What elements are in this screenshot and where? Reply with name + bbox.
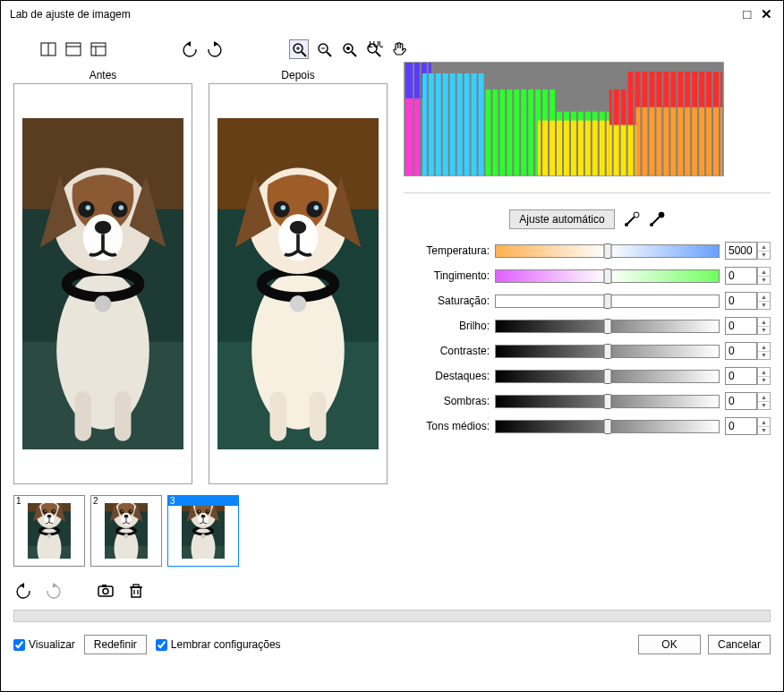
spinner-down-icon[interactable]: ▼: [758, 277, 770, 285]
spinner-up-icon[interactable]: ▲: [758, 343, 770, 352]
spinner[interactable]: ▲▼: [757, 417, 771, 435]
slider-track[interactable]: [495, 295, 720, 308]
spinner[interactable]: ▲▼: [757, 242, 771, 260]
slider-thumb[interactable]: [603, 344, 611, 359]
spinner-up-icon[interactable]: ▲: [758, 243, 770, 252]
eyedropper-black-icon[interactable]: [649, 211, 665, 227]
svg-point-36: [346, 47, 350, 50]
slider-row: Destaques:▲▼: [404, 367, 771, 385]
slider-label: Temperatura:: [404, 244, 490, 257]
before-preview[interactable]: [13, 83, 192, 484]
eyedropper-white-icon[interactable]: [624, 211, 640, 227]
slider-row: Saturação:▲▼: [404, 292, 771, 310]
snapshot-number: 2: [91, 496, 100, 506]
spinner-up-icon[interactable]: ▲: [758, 293, 770, 302]
spinner-up-icon[interactable]: ▲: [758, 368, 770, 377]
trash-icon[interactable]: [126, 581, 146, 601]
svg-text:100: 100: [367, 41, 383, 50]
snapshot-image: [28, 503, 71, 559]
pan-hand-icon[interactable]: [389, 39, 409, 59]
slider-row: Tingimento:▲▼: [404, 267, 771, 285]
spinner[interactable]: ▲▼: [757, 292, 771, 310]
slider-track[interactable]: [495, 244, 720, 258]
spinner[interactable]: ▲▼: [757, 317, 771, 335]
ok-button[interactable]: OK: [638, 635, 701, 654]
spinner[interactable]: ▲▼: [757, 342, 771, 360]
zoom-100-icon[interactable]: 100: [364, 39, 384, 59]
visualize-checkbox[interactable]: Visualizar: [13, 638, 75, 651]
spinner-down-icon[interactable]: ▼: [758, 427, 770, 435]
slider-track[interactable]: [495, 420, 720, 433]
zoom-in-icon[interactable]: [289, 39, 309, 59]
slider-value-input[interactable]: [725, 317, 757, 335]
slider-label: Sombras:: [404, 395, 490, 407]
maximize-icon[interactable]: □: [739, 6, 755, 21]
slider-track[interactable]: [495, 320, 720, 333]
undo-icon[interactable]: [13, 581, 33, 601]
slider-value-input[interactable]: [725, 267, 757, 285]
spinner-down-icon[interactable]: ▼: [758, 402, 770, 410]
layout-split-icon[interactable]: [38, 39, 58, 59]
zoom-fit-icon[interactable]: [339, 39, 359, 59]
visualize-check-input[interactable]: [13, 639, 25, 651]
snapshot-thumb[interactable]: 2: [90, 495, 162, 567]
remember-checkbox[interactable]: Lembrar configurações: [156, 638, 281, 651]
slider-thumb[interactable]: [603, 243, 611, 259]
camera-icon[interactable]: [96, 581, 115, 601]
slider-value-input[interactable]: [725, 392, 757, 410]
spinner-up-icon[interactable]: ▲: [758, 393, 770, 402]
slider-track[interactable]: [495, 370, 720, 383]
slider-value-input[interactable]: [725, 242, 757, 260]
spinner-down-icon[interactable]: ▼: [758, 352, 770, 360]
snapshot-number: 3: [168, 496, 238, 506]
slider-row: Brilho:▲▼: [404, 317, 771, 335]
slider-value-input[interactable]: [725, 292, 757, 310]
slider-thumb[interactable]: [603, 394, 611, 409]
snapshot-strip: 123: [13, 495, 771, 567]
reset-button[interactable]: Redefinir: [84, 635, 147, 654]
remember-label: Lembrar configurações: [171, 638, 281, 651]
redo-icon[interactable]: [44, 581, 64, 601]
spinner[interactable]: ▲▼: [757, 392, 771, 410]
before-image: [22, 118, 183, 449]
snapshot-thumb[interactable]: 1: [13, 495, 85, 567]
spinner[interactable]: ▲▼: [757, 267, 771, 285]
slider-track[interactable]: [495, 345, 720, 358]
slider-value-input[interactable]: [725, 417, 757, 435]
spinner[interactable]: ▲▼: [757, 367, 771, 385]
after-preview[interactable]: [209, 83, 388, 484]
rotate-left-icon[interactable]: [180, 39, 200, 59]
spinner-up-icon[interactable]: ▲: [758, 268, 770, 277]
window-title: Lab de ajuste de imagem: [10, 8, 131, 21]
remember-check-input[interactable]: [156, 639, 167, 651]
layout-single-icon[interactable]: [64, 39, 83, 59]
slider-row: Contraste:▲▼: [404, 342, 771, 360]
cancel-button[interactable]: Cancelar: [708, 635, 771, 654]
slider-track[interactable]: [495, 269, 720, 283]
after-label: Depois: [281, 69, 314, 81]
snapshot-thumb[interactable]: 3: [167, 495, 239, 567]
slider-thumb[interactable]: [603, 369, 611, 384]
spinner-up-icon[interactable]: ▲: [758, 318, 770, 327]
snapshot-image: [105, 503, 148, 559]
zoom-out-icon[interactable]: [314, 39, 334, 59]
slider-value-input[interactable]: [725, 367, 757, 385]
slider-thumb[interactable]: [603, 294, 611, 309]
visualize-label: Visualizar: [29, 638, 75, 651]
spinner-down-icon[interactable]: ▼: [758, 252, 770, 260]
spinner-down-icon[interactable]: ▼: [758, 377, 770, 385]
spinner-down-icon[interactable]: ▼: [758, 302, 770, 310]
spinner-up-icon[interactable]: ▲: [758, 418, 770, 427]
rotate-right-icon[interactable]: [205, 39, 225, 59]
layout-stacked-icon[interactable]: [89, 39, 108, 59]
slider-thumb[interactable]: [603, 319, 611, 334]
spinner-down-icon[interactable]: ▼: [758, 327, 770, 335]
auto-adjust-button[interactable]: Ajuste automático: [509, 209, 614, 229]
slider-track[interactable]: [495, 395, 720, 408]
slider-value-input[interactable]: [725, 342, 757, 360]
close-icon[interactable]: ✕: [758, 6, 774, 22]
before-label: Antes: [89, 69, 117, 81]
slider-thumb[interactable]: [603, 269, 611, 284]
progress-bar: [13, 610, 771, 622]
slider-thumb[interactable]: [603, 419, 611, 434]
